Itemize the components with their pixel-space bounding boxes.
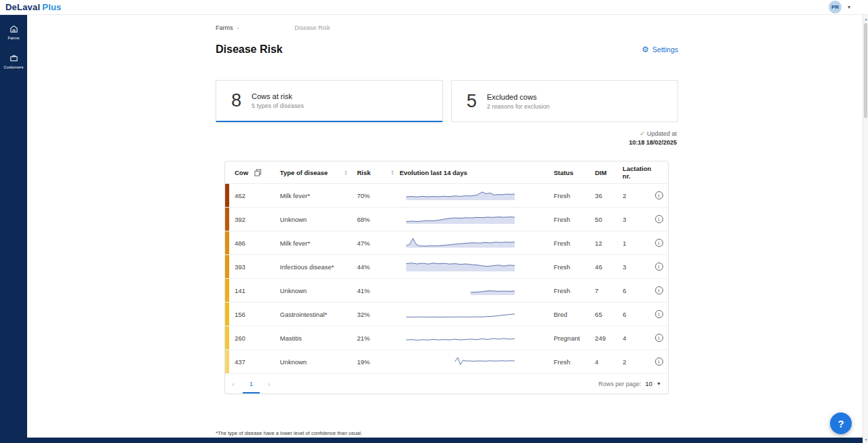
table-row[interactable]: 260 Mastitis 21% Pregnant 249 4 i	[225, 326, 668, 350]
col-disease: Type of disease	[280, 169, 328, 176]
sparkline	[406, 236, 515, 250]
cows-at-risk-count: 8	[231, 90, 241, 111]
risk-color-bar	[225, 255, 229, 278]
disease-type: Infectious disease*	[280, 263, 334, 271]
info-icon[interactable]: i	[655, 358, 663, 366]
status-value: Fresh	[554, 358, 570, 366]
excluded-cows-card[interactable]: 5 Excluded cows 2 reasons for exclusion	[451, 80, 678, 122]
risk-color-bar	[225, 303, 229, 326]
risk-value: 19%	[357, 358, 370, 366]
prev-page-icon[interactable]: ‹	[232, 380, 235, 388]
lactation-value: 2	[623, 192, 626, 199]
status-value: Fresh	[554, 192, 570, 199]
next-page-icon[interactable]: ›	[268, 380, 271, 388]
table-row[interactable]: 156 Gastrointestinal* 32% Bred 65 6 i	[225, 303, 668, 326]
cow-id: 156	[235, 311, 245, 318]
dim-value: 4	[595, 358, 598, 366]
scrollbar[interactable]: ▲ ▼	[863, 15, 868, 443]
risk-color-bar	[225, 231, 229, 254]
settings-button[interactable]: ⚙ Settings	[642, 45, 678, 54]
risk-value: 70%	[357, 192, 370, 199]
copy-icon[interactable]	[254, 169, 262, 176]
footer-strip	[0, 438, 863, 443]
status-value: Fresh	[554, 287, 570, 294]
info-icon[interactable]: i	[655, 263, 663, 271]
disease-type: Mastitis	[280, 334, 302, 342]
info-icon[interactable]: i	[655, 310, 663, 318]
dim-value: 249	[595, 334, 606, 342]
dim-value: 50	[595, 216, 602, 223]
dim-value: 65	[595, 311, 602, 318]
info-icon[interactable]: i	[655, 239, 663, 247]
table-row[interactable]: 437 Unknown 19% Fresh 4 2 i	[225, 350, 668, 374]
disease-type: Gastrointestinal*	[280, 311, 328, 318]
table-row[interactable]: 393 Infectious disease* 44% Fresh 46 3 i	[225, 255, 668, 279]
risk-value: 21%	[357, 334, 370, 342]
cow-id: 462	[235, 192, 245, 199]
card-subtitle: 2 reasons for exclusion	[487, 103, 550, 110]
chevron-down-icon[interactable]: ▾	[848, 4, 850, 10]
status-value: Fresh	[554, 239, 570, 247]
farms-icon	[9, 24, 18, 34]
sidebar-item-farms[interactable]: Farms	[0, 24, 27, 40]
sidebar-item-label: Farms	[8, 36, 20, 40]
col-lactation: Lactation nr.	[623, 165, 651, 180]
sparkline	[406, 212, 515, 226]
info-icon[interactable]: i	[655, 286, 663, 294]
info-icon[interactable]: i	[655, 191, 663, 199]
chevron-right-icon: ›	[237, 25, 239, 31]
help-button[interactable]: ?	[830, 412, 852, 434]
main-content: Farms › Disease Risk Disease Risk ⚙ Sett…	[216, 15, 678, 443]
customers-icon	[9, 54, 18, 63]
sort-icon[interactable]: ▲▼	[344, 170, 347, 175]
table-body: 462 Milk fever* 70% Fresh 36 2 i 392 Unk…	[225, 184, 668, 374]
avatar[interactable]: PR	[829, 1, 842, 14]
logo-secondary: Plus	[42, 2, 61, 12]
col-dim: DIM	[595, 169, 606, 176]
cow-id: 437	[235, 358, 245, 366]
risk-table: Cow Type of disease ▲▼ Risk ▲▼ Evolution…	[224, 161, 669, 394]
cow-id: 260	[235, 334, 245, 342]
breadcrumb-farms[interactable]: Farms	[216, 24, 233, 31]
disease-type: Unknown	[280, 287, 307, 294]
col-evolution: Evolution last 14 days	[399, 169, 467, 176]
info-icon[interactable]: i	[655, 215, 663, 223]
rows-per-page-value: 10	[645, 380, 652, 387]
dim-value: 36	[595, 192, 602, 199]
disease-type: Unknown	[280, 358, 307, 366]
cow-id: 393	[235, 263, 245, 271]
risk-value: 32%	[357, 311, 370, 318]
card-title: Cows at risk	[252, 92, 304, 100]
sort-icon[interactable]: ▲▼	[391, 170, 394, 175]
info-icon[interactable]: i	[655, 334, 663, 342]
sidebar-item-customers[interactable]: Customers	[0, 54, 27, 69]
lactation-value: 3	[623, 263, 626, 271]
topbar: DeLavalPlus PR ▾	[0, 0, 868, 15]
footnote: *The type of disease have a lower level …	[216, 430, 362, 436]
lactation-value: 4	[623, 334, 626, 342]
cow-id: 141	[235, 287, 245, 294]
cows-at-risk-card[interactable]: 8 Cows at risk 5 types of diseases	[216, 80, 443, 122]
sparkline	[406, 284, 515, 297]
risk-color-bar	[225, 350, 229, 373]
card-subtitle: 5 types of diseases	[252, 102, 304, 109]
chevron-down-icon: ▼	[656, 381, 661, 386]
status-value: Fresh	[554, 263, 570, 271]
table-row[interactable]: 462 Milk fever* 70% Fresh 36 2 i	[225, 184, 668, 208]
disease-type: Milk fever*	[280, 192, 310, 199]
scroll-down-icon[interactable]: ▼	[863, 438, 868, 442]
rows-per-page-select[interactable]: Rows per page: 10 ▼	[598, 380, 661, 387]
table-row[interactable]: 392 Unknown 68% Fresh 50 3 i	[225, 208, 668, 231]
status-value: Fresh	[554, 216, 570, 223]
disease-type: Unknown	[280, 216, 307, 223]
scroll-up-icon[interactable]: ▲	[863, 17, 868, 21]
updated-at: ✓Updated at 10:18 18/02/2025	[629, 130, 677, 146]
table-row[interactable]: 141 Unknown 41% Fresh 7 6 i	[225, 279, 668, 303]
page-number[interactable]: 1	[244, 380, 258, 387]
excluded-cows-count: 5	[467, 91, 477, 112]
lactation-value: 6	[623, 287, 626, 294]
lactation-value: 3	[623, 216, 626, 223]
scrollbar-thumb[interactable]	[864, 23, 867, 118]
table-row[interactable]: 486 Milk fever* 47% Fresh 12 1 i	[225, 231, 668, 255]
col-risk: Risk	[357, 169, 370, 176]
